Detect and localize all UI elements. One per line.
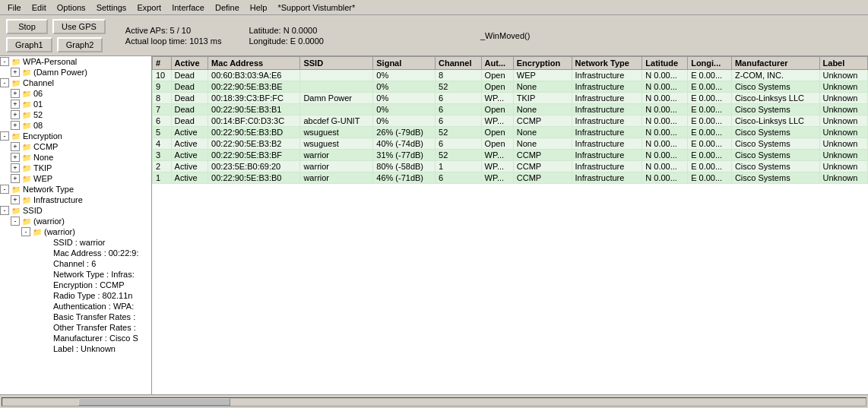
tree-label-channel: Channel: [23, 78, 54, 87]
tree-expander-ssid-warrior[interactable]: -: [11, 217, 20, 226]
sidebar-item-channel-val[interactable]: Channel : 6: [0, 258, 151, 269]
col-header-5[interactable]: Channel: [436, 57, 482, 70]
tree-expander-ch-52[interactable]: +: [11, 110, 20, 119]
menu-export[interactable]: Export: [132, 2, 166, 13]
col-header-3[interactable]: SSID: [300, 57, 373, 70]
sidebar-item-channel[interactable]: -📁Channel: [0, 77, 151, 88]
sidebar-item-enc-val[interactable]: Encryption : CCMP: [0, 280, 151, 290]
sidebar-item-enc-tkip[interactable]: +📁TKIP: [0, 163, 151, 173]
tree-expander-ssid-warrior-inner[interactable]: -: [21, 227, 30, 236]
tree-expander-ch-01[interactable]: +: [11, 100, 20, 109]
col-header-11[interactable]: Manufacturer: [731, 57, 819, 70]
menu-define[interactable]: Define: [211, 2, 244, 13]
cell-5-10: E 0.00...: [688, 127, 732, 138]
cell-7-8: Infrastructure: [572, 150, 642, 161]
sidebar-item-ssid-warrior-inner[interactable]: -📁(warrior): [0, 226, 151, 237]
cell-3-9: N 0.00...: [642, 104, 688, 115]
table-row[interactable]: 10Dead00:60:B3:03:9A:E60%8OpenWEPInfrast…: [153, 70, 868, 81]
table-row[interactable]: 8Dead00:18:39:C3:BF:FCDamn Power0%6WP...…: [153, 93, 868, 104]
sidebar-item-wpa-personal[interactable]: -📁WPA-Personal: [0, 56, 151, 67]
sidebar-item-mac-addr[interactable]: Mac Address : 00:22:9:: [0, 248, 151, 258]
cell-0-7: WEP: [513, 70, 572, 81]
tree-expander-enc-ccmp[interactable]: +: [11, 142, 20, 151]
sidebar-item-ch-06[interactable]: +📁06: [0, 88, 151, 99]
tree-expander-damn-power[interactable]: +: [11, 68, 20, 77]
sidebar-item-enc-ccmp[interactable]: +📁CCMP: [0, 141, 151, 152]
gps-button[interactable]: Use GPS: [52, 19, 106, 34]
tree-label-ssid: SSID: [23, 206, 43, 215]
sidebar-item-ch-08[interactable]: +📁08: [0, 120, 151, 131]
col-header-6[interactable]: Aut...: [481, 57, 513, 70]
col-header-4[interactable]: Signal: [373, 57, 436, 70]
table-row[interactable]: 5Active00:22:90:5E:B3:BDwsuguest26% (-79…: [153, 127, 868, 138]
table-row[interactable]: 1Active00:22:90:5E:B3:B0warrior46% (-71d…: [153, 172, 868, 184]
sidebar-item-network-type[interactable]: -📁Network Type: [0, 184, 151, 195]
table-row[interactable]: 9Dead00:22:90:5E:B3:BE0%52OpenNoneInfras…: [153, 81, 868, 93]
tree-expander-ch-08[interactable]: +: [11, 121, 20, 130]
tree-expander-encryption[interactable]: -: [0, 131, 9, 141]
sidebar-item-radio-type[interactable]: Radio Type : 802.11n: [0, 290, 151, 301]
sidebar-item-nt-infra[interactable]: +📁Infrastructure: [0, 195, 151, 205]
col-header-1[interactable]: Active: [171, 57, 208, 70]
menu-file[interactable]: File: [3, 2, 26, 13]
sidebar-item-auth-val[interactable]: Authentication : WPA:: [0, 301, 151, 312]
sidebar-item-ssid-warrior[interactable]: -📁(warrior): [0, 216, 151, 226]
col-header-8[interactable]: Network Type: [572, 57, 642, 70]
stop-button[interactable]: Stop: [6, 19, 48, 34]
cell-3-1: Dead: [171, 104, 208, 115]
tree-expander-enc-wep[interactable]: +: [11, 174, 20, 183]
cell-6-1: Active: [171, 138, 208, 150]
menu-help[interactable]: Help: [246, 2, 272, 13]
menu-interface[interactable]: Interface: [167, 2, 209, 13]
table-row[interactable]: 6Dead00:14:BF:C0:D3:3Cabcdef G-UNIT0%6WP…: [153, 115, 868, 127]
bottom-scrollbar[interactable]: [0, 394, 868, 408]
table-row[interactable]: 4Active00:22:90:5E:B3:B2wsuguest40% (-74…: [153, 138, 868, 150]
tree-expander-nt-infra[interactable]: +: [11, 195, 20, 204]
table-row[interactable]: 3Active00:22:90:5E:B3:BFwarrior31% (-77d…: [153, 150, 868, 161]
cell-0-9: N 0.00...: [642, 70, 688, 81]
sidebar-item-manuf-val[interactable]: Manufacturer : Cisco S: [0, 333, 151, 343]
cell-5-12: Unknown: [819, 127, 867, 138]
col-header-12[interactable]: Label: [819, 57, 867, 70]
tree-expander-enc-none[interactable]: +: [11, 153, 20, 162]
cell-9-6: WP...: [481, 172, 513, 184]
tree-expander-ch-06[interactable]: +: [11, 89, 20, 98]
tree-expander-network-type[interactable]: -: [0, 185, 9, 194]
sidebar-item-other-rates[interactable]: Other Transfer Rates :: [0, 322, 151, 333]
col-header-2[interactable]: Mac Address: [208, 57, 300, 70]
menu-edit[interactable]: Edit: [27, 2, 51, 13]
sidebar-item-label-val[interactable]: Label : Unknown: [0, 343, 151, 354]
sidebar-item-ch-52[interactable]: +📁52: [0, 109, 151, 120]
col-header-9[interactable]: Latitude: [642, 57, 688, 70]
sidebar-item-net-type-val[interactable]: Network Type : Infras:: [0, 269, 151, 280]
cell-7-10: E 0.00...: [688, 150, 732, 161]
menu-options[interactable]: Options: [52, 2, 90, 13]
sidebar-item-enc-none[interactable]: +📁None: [0, 152, 151, 163]
sidebar-item-damn-power[interactable]: +📁(Damn Power): [0, 67, 151, 77]
horizontal-scrollbar[interactable]: [2, 397, 866, 406]
tree-expander-enc-tkip[interactable]: +: [11, 163, 20, 172]
sidebar-item-enc-wep[interactable]: +📁WEP: [0, 173, 151, 184]
cell-4-11: Cisco-Linksys LLC: [731, 115, 819, 127]
tree-expander-ssid[interactable]: -: [0, 206, 9, 215]
col-header-0[interactable]: #: [153, 57, 172, 70]
table-row[interactable]: 7Dead00:22:90:5E:B3:B10%6OpenNoneInfrast…: [153, 104, 868, 115]
table-row[interactable]: 2Active00:23:5E:B0:69:20warrior80% (-58d…: [153, 161, 868, 172]
sidebar[interactable]: -📁WPA-Personal+📁(Damn Power)-📁Channel+📁0…: [0, 56, 152, 394]
sidebar-item-ch-01[interactable]: +📁01: [0, 99, 151, 109]
sidebar-item-ssid-name[interactable]: SSID : warrior: [0, 237, 151, 248]
col-header-10[interactable]: Longi...: [688, 57, 732, 70]
graph1-button[interactable]: Graph1: [6, 37, 52, 52]
table-wrapper[interactable]: #ActiveMac AddressSSIDSignalChannelAut..…: [152, 56, 868, 394]
cell-2-11: Cisco-Linksys LLC: [731, 93, 819, 104]
scrollbar-thumb[interactable]: [78, 398, 230, 406]
tree-label-encryption: Encryption: [23, 131, 62, 141]
tree-expander-channel[interactable]: -: [0, 78, 9, 87]
sidebar-item-basic-rates[interactable]: Basic Transfer Rates :: [0, 312, 151, 322]
sidebar-item-ssid[interactable]: -📁SSID: [0, 205, 151, 216]
col-header-7[interactable]: Encryption: [513, 57, 572, 70]
menu-settings[interactable]: Settings: [92, 2, 131, 13]
graph2-button[interactable]: Graph2: [57, 37, 103, 52]
sidebar-item-encryption[interactable]: -📁Encryption: [0, 131, 151, 141]
tree-expander-wpa-personal[interactable]: -: [0, 57, 9, 66]
